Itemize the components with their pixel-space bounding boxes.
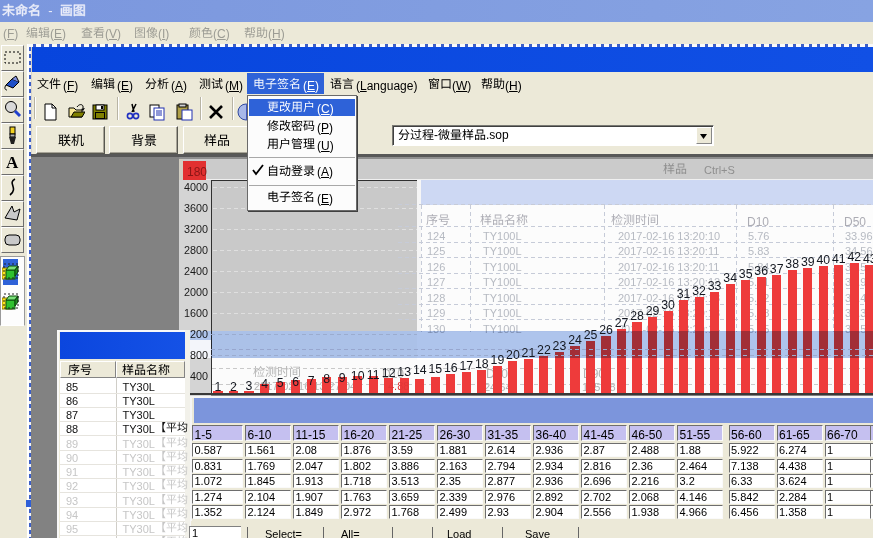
svg-text:-: - [41,3,60,18]
svg-text:.sop: .sop [486,128,509,142]
svg-text:A: A [6,153,19,172]
svg-text:-: - [434,128,438,142]
